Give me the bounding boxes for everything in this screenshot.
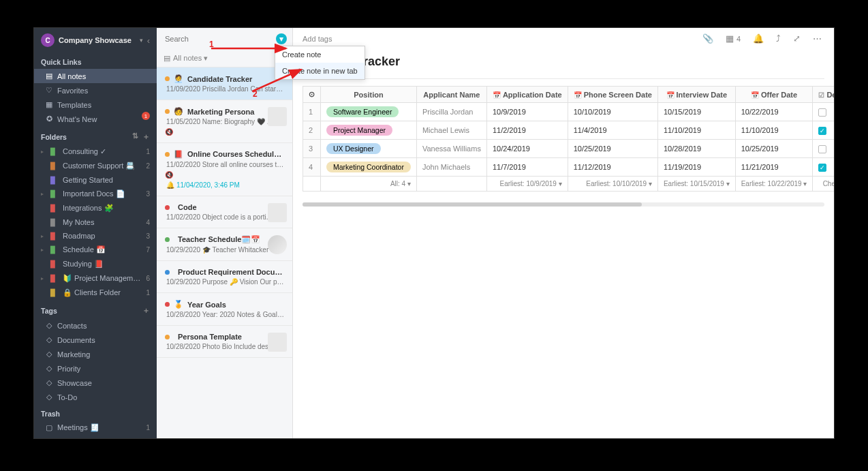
table-row[interactable]: 1 Software Engineer Priscilla Jordan 10/… [303,103,835,121]
workspace-header[interactable]: C Company Showcase ▾ ‹ [34,28,157,52]
workspace-avatar: C [41,33,55,47]
trash-title: Trash [34,404,157,421]
note-card[interactable]: 🏅 Year Goals 10/28/2020 Year: 2020 Notes… [157,293,292,326]
horizontal-scrollbar[interactable] [303,202,824,207]
tag-item[interactable]: ◇To-Do [34,390,157,404]
folder-item[interactable]: ▉🔒 Clients Folder1 [34,286,157,300]
trash-item[interactable]: ▢Meetings 🧾1 [34,421,157,435]
more-icon[interactable]: ⋯ [810,32,824,45]
sidebar: C Company Showcase ▾ ‹ Quick Links ▤All … [34,28,157,438]
quicklink-item[interactable]: ♡Favorites [34,83,157,97]
folders-title: Folders ⇅＋ [34,126,157,145]
quicklink-item[interactable]: ▤All notes [34,69,157,83]
tags-title: Tags ＋ [34,300,157,318]
folder-item[interactable]: ▸▉Important Docs 📄3 [34,187,157,201]
radio-icon: ⊙ [309,90,315,98]
nav-icon: ✪ [45,115,53,123]
folder-item[interactable]: ▉Studying 📕 [34,257,157,271]
folder-item[interactable]: ▉Getting Started [34,173,157,187]
collapse-sidebar-icon[interactable]: ‹ [147,35,150,46]
nav-icon: ▦ [45,100,53,109]
add-tags-field[interactable]: Add tags [303,35,693,43]
attachment-icon[interactable]: 📎 [700,32,716,45]
notes-filter[interactable]: ▤ All notes ▾ [157,50,292,67]
grid-icon[interactable]: ▦ 4 [723,32,743,45]
tag-item[interactable]: ◇Priority [34,361,157,376]
nav-icon: ♡ [45,86,53,95]
quicklink-item[interactable]: ▦Templates [34,97,157,112]
folder-item[interactable]: ▸▉🔰 Project Management 📕6 [34,271,157,286]
trash-item[interactable]: 🗎New note [34,435,157,438]
folder-item[interactable]: ▸▉Roadmap3 [34,229,157,243]
tag-icon: ◇ [45,350,53,359]
folder-item[interactable]: ▉Integrations 🧩 [34,201,157,215]
table-header[interactable]: ☑Declined? [813,87,834,103]
expand-icon[interactable]: ⤢ [790,32,803,45]
note-card[interactable]: Persona Template 10/28/2020 Photo Bio In… [157,326,292,358]
folder-item[interactable]: ▉Customer Support 📇2 [34,159,157,173]
create-note-option[interactable]: Create note [275,46,365,63]
note-card[interactable]: Teacher Schedule🗓️📅 10/29/2020 🎓 Teacher… [157,228,292,261]
table-header[interactable]: 📅Interview Date [657,87,735,103]
main-content: Add tags 📎 ▦ 4 🔔 ⤴ ⤢ ⋯ andidate Tracker … [293,28,834,438]
workspace-name: Company Showcase [59,36,136,44]
annotation-1: 1 [209,40,214,49]
table-header[interactable]: Applicant Name [416,87,486,103]
candidate-table: ⊙PositionApplicant Name📅Application Date… [303,86,834,192]
folder-item[interactable]: ▸▉Consulting ✓1 [34,145,157,159]
quicklink-item[interactable]: ✪What's New1 [34,112,157,126]
tag-icon: ◇ [45,335,53,344]
summary-row: All: 4 ▾Earliest: 10/9/2019 ▾Earliest: 1… [303,177,835,192]
table-row[interactable]: 2 Project Manager Michael Lewis 11/2/201… [303,121,835,140]
note-title[interactable]: andidate Tracker [293,49,834,78]
tag-icon: ◇ [45,364,53,373]
tag-item[interactable]: ◇Showcase [34,376,157,390]
table-header[interactable]: 📅Phone Screen Date [568,87,657,103]
add-folder-icon[interactable]: ＋ [142,132,150,142]
annotation-2: 2 [253,89,258,99]
note-card[interactable]: Product Requirement Document 10/29/2020 … [157,261,292,293]
folder-item[interactable]: ▉My Notes4 [34,215,157,229]
tag-icon: ◇ [45,321,53,330]
note-card[interactable]: 📕 Online Courses Schedule 🎓 11/02/2020 S… [157,143,292,196]
tag-icon: ◇ [45,378,53,387]
table-header[interactable]: Position [321,87,417,103]
tag-item[interactable]: ◇Contacts [34,318,157,333]
table-header[interactable]: 📅Offer Date [735,87,813,103]
notes-panel: ▾ Create note Create note in new tab ▤ A… [157,28,293,438]
add-tag-icon[interactable]: ＋ [142,305,150,316]
table-row[interactable]: 4 Marketing Coordinator John Michaels 11… [303,158,835,177]
tag-item[interactable]: ◇Documents [34,333,157,347]
notes-icon: ▤ [164,54,170,63]
nav-icon: ▤ [45,72,53,80]
quick-links-title: Quick Links [34,52,157,69]
reminder-icon: 🔔 [166,181,174,189]
folder-item[interactable]: ▸▉Schedule 📅7 [34,243,157,257]
note-card[interactable]: 🧑‍💼 Candidate Tracker 11/09/2020 Priscil… [157,67,292,100]
search-input[interactable] [162,32,272,46]
chevron-down-icon: ▾ [140,37,143,44]
table-row[interactable]: 3 UX Designer Vanessa Williams 10/24/201… [303,140,835,158]
create-note-dropdown: Create note Create note in new tab [275,46,365,80]
table-header[interactable]: 📅Application Date [486,87,568,103]
bell-icon[interactable]: 🔔 [750,32,766,45]
sort-icon[interactable]: ⇅ [132,132,138,142]
tag-item[interactable]: ◇Marketing [34,347,157,361]
create-note-button[interactable]: ▾ Create note Create note in new tab [276,33,287,44]
table-header[interactable]: ⊙ [303,87,321,103]
note-card[interactable]: 🧑 Marketing Persona 11/05/2020 Name: Bio… [157,100,292,143]
create-note-new-tab-option[interactable]: Create note in new tab [275,63,365,79]
tag-icon: ◇ [45,393,53,401]
note-card[interactable]: Code 11/02/2020 Object code is a porti..… [157,196,292,228]
share-icon[interactable]: ⤴ [773,32,784,45]
